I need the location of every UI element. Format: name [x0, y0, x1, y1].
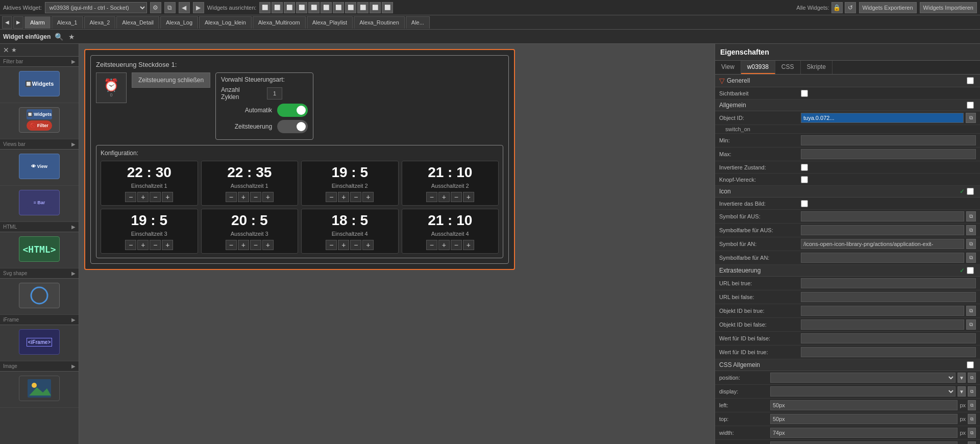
tab-Alexa_Multiroom[interactable]: Alexa_Multiroom	[253, 16, 306, 29]
symbolfarbe-an-copy-btn[interactable]: ⧉	[966, 253, 976, 263]
widget-settings-btn[interactable]: ⚙	[150, 2, 161, 13]
url-false-input[interactable]	[801, 292, 976, 302]
distribute-v-icon[interactable]: ⬜	[345, 2, 356, 13]
tc-plus-m-1[interactable]: +	[262, 192, 274, 202]
top-lock[interactable]: ⧉	[968, 414, 976, 424]
widgets-exportieren-btn[interactable]: Widgets Exportieren	[859, 2, 917, 13]
tc-minus-m-1[interactable]: −	[250, 192, 261, 202]
objid-false-input[interactable]	[801, 319, 964, 330]
display-lock[interactable]: ⧉	[968, 386, 976, 397]
center-canvas[interactable]: Zeitsteuerung Steckdose 1: ⏰ 0 Zeitsteue…	[79, 44, 715, 444]
widgets-importieren-btn[interactable]: Widgets Importieren	[920, 2, 977, 13]
iframe-expand[interactable]: ▶	[71, 317, 76, 323]
min-input[interactable]: false	[801, 135, 976, 145]
tab-Alexa_2[interactable]: Alexa_2	[84, 16, 116, 29]
tc-plus-m-2[interactable]: +	[362, 192, 374, 202]
sidebar-item-bar[interactable]: ≡ Bar	[0, 186, 79, 222]
tc-minus-h-2[interactable]: −	[326, 192, 337, 202]
tc-minus-h-7[interactable]: −	[426, 240, 437, 250]
position-lock[interactable]: ⧉	[968, 373, 976, 383]
align-bottom-icon[interactable]: ⬜	[321, 2, 332, 13]
tc-plus-m-7[interactable]: +	[463, 240, 474, 250]
tab-Alexa_1[interactable]: Alexa_1	[52, 16, 83, 29]
wert-true-input[interactable]	[801, 347, 976, 357]
props-tab-CSS[interactable]: CSS	[775, 61, 801, 74]
props-tab-View[interactable]: View	[715, 61, 741, 74]
sidebar-item-html[interactable]: <HTML>	[0, 232, 79, 268]
left-input[interactable]	[770, 400, 958, 410]
tc-minus-h-3[interactable]: −	[426, 192, 437, 202]
tc-minus-m-5[interactable]: −	[250, 240, 261, 250]
generell-section-header[interactable]: ▽ Generell	[715, 75, 980, 87]
max-input[interactable]: true	[801, 149, 976, 159]
width-lock[interactable]: ⧉	[968, 428, 976, 438]
display-dropdown-arrow[interactable]: ▼	[958, 386, 966, 397]
filter-bar-expand[interactable]: ▶	[71, 59, 76, 64]
extra-check-box[interactable]	[967, 267, 974, 274]
symbol-an-copy-btn[interactable]: ⧉	[966, 239, 976, 249]
tc-minus-h-6[interactable]: −	[326, 240, 337, 250]
tc-plus-m-5[interactable]: +	[262, 240, 274, 250]
html-expand[interactable]: ▶	[71, 224, 76, 230]
object-id-input[interactable]	[801, 113, 964, 123]
tc-plus-h-6[interactable]: +	[338, 240, 349, 250]
allgemein-section-header[interactable]: Allgemein	[715, 100, 980, 111]
css-allgemein-section-header[interactable]: CSS Allgemein	[715, 359, 980, 371]
objid-true-copy-btn[interactable]: ⧉	[966, 306, 976, 316]
props-tab-Skripte[interactable]: Skripte	[801, 61, 832, 74]
widget-star-btn[interactable]: ★	[67, 32, 76, 42]
url-true-input[interactable]	[801, 278, 976, 288]
sidebar-item-image[interactable]	[0, 372, 79, 408]
align-top-icon[interactable]: ⬜	[296, 2, 307, 13]
left-lock[interactable]: ⧉	[968, 400, 976, 410]
tc-minus-m-3[interactable]: −	[451, 192, 462, 202]
inv-zustand-check[interactable]	[801, 164, 808, 171]
icon-section-header[interactable]: Icon ✓	[715, 186, 980, 198]
align-right-icon[interactable]: ⬜	[284, 2, 295, 13]
tc-minus-m-2[interactable]: −	[350, 192, 361, 202]
tc-plus-h-1[interactable]: +	[238, 192, 249, 202]
sidebar-item-widgets[interactable]: 🔲 Widgets	[0, 67, 79, 103]
sidebar-item-iframe[interactable]: <iFrame>	[0, 325, 79, 361]
tab-Alarm[interactable]: Alarm	[24, 16, 51, 29]
same-height-icon[interactable]: ⬜	[370, 2, 381, 13]
object-id-copy-btn[interactable]: ⧉	[966, 113, 976, 123]
icon-check-box[interactable]	[967, 188, 974, 195]
widget-nav-fwd-btn[interactable]: ▶	[193, 2, 204, 13]
sichtbarkeit-check[interactable]	[801, 90, 808, 97]
aktives-widget-select[interactable]: w03938 (jqui-mfd - ctrl - Socket)	[45, 2, 147, 13]
tc-plus-h-2[interactable]: +	[338, 192, 349, 202]
tc-plus-m-3[interactable]: +	[463, 192, 474, 202]
lock-btn[interactable]: 🔒	[831, 2, 843, 13]
knopf-viereck-check[interactable]	[801, 176, 808, 183]
tc-minus-m-0[interactable]: −	[150, 192, 161, 202]
sidebar-item-view[interactable]: 👁 View	[0, 150, 79, 186]
tc-minus-h-4[interactable]: −	[125, 240, 136, 250]
sidebar-item-svg[interactable]	[0, 279, 79, 315]
zt-close-btn[interactable]: Zeitsteuerung schließen	[132, 72, 210, 88]
symbolfarbe-aus-copy-btn[interactable]: ⧉	[966, 225, 976, 235]
position-select[interactable]	[770, 373, 955, 383]
tc-minus-m-6[interactable]: −	[350, 240, 361, 250]
generell-check[interactable]	[967, 77, 974, 84]
tab-Alexa_Log_klein[interactable]: Alexa_Log_klein	[199, 16, 252, 29]
same-size-icon[interactable]: ⬜	[382, 2, 393, 13]
unlock-btn[interactable]: ↺	[845, 2, 856, 13]
views-bar-expand[interactable]: ▶	[71, 141, 76, 147]
objid-true-input[interactable]	[801, 306, 964, 316]
tab-Ale___[interactable]: Ale...	[406, 16, 430, 29]
widget-copy-btn[interactable]: ⧉	[164, 2, 176, 13]
objid-false-copy-btn[interactable]: ⧉	[966, 319, 976, 330]
sidebar-item-filter[interactable]: 🔲 Widgets 🚫 Filter	[0, 103, 79, 139]
symbol-aus-copy-btn[interactable]: ⧉	[966, 211, 976, 221]
tc-plus-h-0[interactable]: +	[137, 192, 149, 202]
height-input[interactable]	[770, 441, 958, 444]
css-allgemein-check[interactable]	[967, 361, 974, 368]
width-input[interactable]	[770, 428, 958, 438]
toggle-automatik[interactable]	[277, 104, 308, 117]
position-dropdown-arrow[interactable]: ▼	[958, 373, 966, 383]
tab-Alexa_Detail[interactable]: Alexa_Detail	[116, 16, 159, 29]
align-center-h-icon[interactable]: ⬜	[272, 2, 283, 13]
tc-plus-h-3[interactable]: +	[438, 192, 450, 202]
top-input[interactable]	[770, 414, 958, 424]
